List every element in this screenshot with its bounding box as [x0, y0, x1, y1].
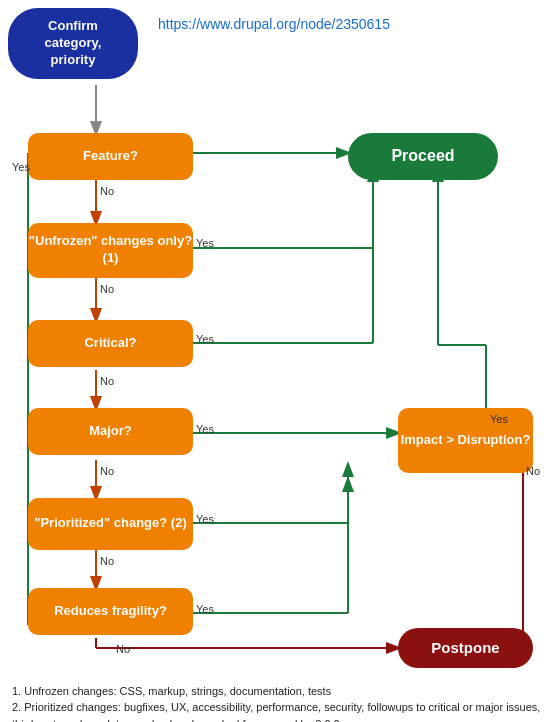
- no-major-label: No: [100, 465, 114, 477]
- yes-feature-label: Yes: [12, 161, 30, 173]
- prioritized-node: "Prioritized" change? (2): [28, 498, 193, 550]
- yes-prioritized-label: Yes: [196, 513, 214, 525]
- no-critical-label: No: [100, 375, 114, 387]
- yes-unfrozen-label: Yes: [196, 237, 214, 249]
- diagram: Feature? "Unfrozen" changes only? (1) Cr…: [8, 85, 546, 675]
- yes-reduces-label: Yes: [196, 603, 214, 615]
- major-node: Major?: [28, 408, 193, 455]
- no-feature-label: No: [100, 185, 114, 197]
- unfrozen-node: "Unfrozen" changes only? (1): [28, 223, 193, 278]
- footnote-2: 2. Prioritized changes: bugfixes, UX, ac…: [12, 699, 542, 722]
- page-container: Confirm category, priority https://www.d…: [0, 0, 554, 722]
- critical-node: Critical?: [28, 320, 193, 367]
- no-unfrozen-label: No: [100, 283, 114, 295]
- postpone-node: Postpone: [398, 628, 533, 668]
- header-row: Confirm category, priority https://www.d…: [8, 8, 546, 79]
- footnotes: 1. Unfrozen changes: CSS, markup, string…: [8, 683, 546, 722]
- feature-node: Feature?: [28, 133, 193, 180]
- no-impact-label: No: [526, 465, 540, 477]
- yes-impact-label: Yes: [490, 413, 508, 425]
- footnote-1: 1. Unfrozen changes: CSS, markup, string…: [12, 683, 542, 700]
- proceed-node: Proceed: [348, 133, 498, 180]
- yes-major-label: Yes: [196, 423, 214, 435]
- no-prioritized-label: No: [100, 555, 114, 567]
- no-reduces-label: No: [116, 643, 130, 655]
- reduces-node: Reduces fragility?: [28, 588, 193, 635]
- impact-node: Impact > Disruption?: [398, 408, 533, 473]
- confirm-box: Confirm category, priority: [8, 8, 138, 79]
- yes-critical-label: Yes: [196, 333, 214, 345]
- drupal-link[interactable]: https://www.drupal.org/node/2350615: [158, 16, 390, 32]
